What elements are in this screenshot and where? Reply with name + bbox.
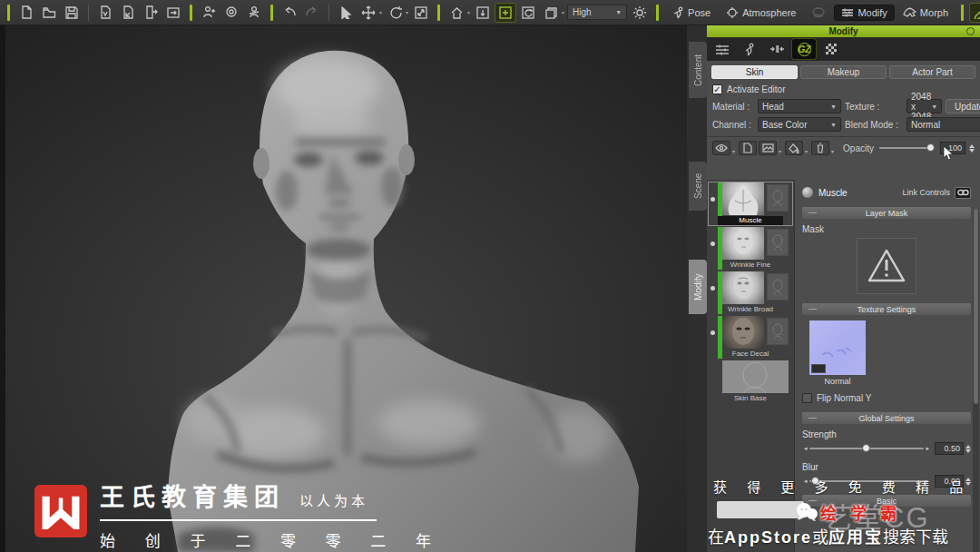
export-image-button[interactable] (163, 4, 183, 22)
flip-normal-checkbox[interactable] (802, 393, 812, 403)
side-tab-scene[interactable]: Scene (689, 162, 707, 211)
skin-tab-button[interactable]: Skin (711, 65, 798, 79)
layer-item-wrinkle-fine[interactable]: Wrinkle Fine (709, 227, 792, 270)
move-tool-button[interactable] (358, 4, 378, 22)
side-tab-content[interactable]: Content (689, 42, 707, 98)
multi-view-caret[interactable]: ▾ (562, 9, 564, 15)
layer-visibility-icon[interactable] (710, 242, 715, 246)
new-layer-button[interactable] (739, 141, 757, 155)
tab-motion[interactable] (738, 39, 761, 59)
pose-label: Pose (688, 7, 710, 18)
panel-pin-icon[interactable] (966, 27, 975, 35)
collapse-icon[interactable]: — (808, 414, 817, 422)
texture-size-dropdown[interactable]: 2048 x 2048▼ (906, 99, 942, 113)
pose-button[interactable]: Pose (665, 5, 717, 21)
multi-view-button[interactable] (541, 4, 561, 22)
opacity-slider[interactable] (879, 143, 935, 153)
toolbar-separator (270, 5, 273, 21)
channel-dropdown[interactable]: Base Color▼ (758, 117, 841, 132)
dropdown-arrow-icon: ▼ (830, 104, 837, 110)
normal-map-thumbnail[interactable] (809, 320, 866, 375)
global-settings-section-header[interactable]: — Global Settings (802, 412, 971, 424)
tab-attributes[interactable] (710, 39, 734, 59)
atmosphere-button[interactable]: Atmosphere (720, 5, 802, 21)
character-morph-button[interactable] (221, 4, 241, 22)
tab-skingen[interactable]: GZ (792, 39, 816, 59)
layer-item-muscle[interactable]: Muscle (709, 182, 792, 225)
layer-item-skin-base[interactable]: Skin Base (709, 360, 792, 403)
scrollbar-thumb[interactable] (974, 209, 978, 404)
character-paint-button[interactable] (244, 4, 264, 22)
mask-empty-slot[interactable] (857, 238, 916, 294)
material-dropdown[interactable]: Head▼ (758, 99, 841, 113)
new-project-button[interactable] (16, 4, 36, 22)
zoom-fit-button[interactable] (495, 4, 515, 22)
layer-visibility-icon[interactable] (710, 197, 715, 202)
layer-item-face-decal[interactable]: Face Decal (709, 316, 792, 359)
opacity-slider-handle[interactable] (926, 143, 935, 152)
redo-button[interactable] (302, 4, 322, 22)
undo-button[interactable] (279, 4, 299, 22)
orbit-view-button[interactable] (518, 4, 538, 22)
fill-layer-caret[interactable]: ▾ (805, 148, 808, 154)
strength-spinner[interactable] (965, 445, 971, 453)
strength-slider[interactable] (809, 444, 925, 453)
modify-button[interactable]: Modify (835, 5, 893, 20)
import-image-caret[interactable]: ▾ (779, 148, 781, 154)
light-settings-button[interactable] (630, 4, 650, 22)
scale-tool-button[interactable] (411, 4, 431, 22)
slider-left-arrow[interactable]: ◂ (804, 445, 808, 452)
fill-layer-button[interactable] (785, 141, 803, 155)
layer-mask-thumbnail[interactable] (767, 184, 789, 212)
delete-layer-button[interactable] (811, 141, 829, 155)
viewport-3d[interactable]: 王氏教育集团 以人为本 始 创 于 二 零 零 二 年 (0, 25, 687, 552)
layer-mask-section-header[interactable]: — Layer Mask (802, 207, 971, 219)
layer-visibility-caret[interactable]: ▾ (732, 148, 735, 154)
layer-mask-thumbnail[interactable] (767, 229, 789, 256)
tab-texture-check[interactable] (819, 39, 843, 59)
tab-morph-slider[interactable] (765, 39, 789, 59)
link-controls-button[interactable] (955, 187, 971, 199)
activate-editor-checkbox[interactable]: ✓ (712, 84, 722, 94)
viewport-figure (0, 25, 687, 552)
home-camera-button[interactable] (446, 4, 466, 22)
rotate-tool-button[interactable] (385, 4, 405, 22)
morph-button[interactable]: Morph (897, 5, 955, 20)
layer-mask-thumbnail[interactable] (767, 273, 789, 301)
character-create-button[interactable] (199, 4, 219, 22)
collapse-icon[interactable]: — (808, 305, 817, 313)
import-content-button[interactable] (95, 4, 115, 22)
edit-mesh-button[interactable] (970, 4, 980, 22)
collapse-icon[interactable]: — (808, 209, 817, 217)
move-tool-caret[interactable]: ▾ (379, 9, 382, 15)
save-project-button[interactable] (62, 4, 82, 22)
open-project-button[interactable] (39, 4, 59, 22)
layer-visibility-icon[interactable] (710, 330, 715, 335)
makeup-tab-button[interactable]: Makeup (800, 65, 887, 79)
delete-layer-caret[interactable]: ▾ (831, 148, 834, 154)
slider-right-arrow[interactable]: ▸ (926, 445, 929, 452)
import-image-layer-button[interactable] (759, 141, 777, 155)
rotate-tool-caret[interactable]: ▾ (406, 9, 408, 15)
blend-mode-dropdown[interactable]: Normal▼ (906, 117, 980, 132)
side-tab-modify[interactable]: Modify (689, 260, 707, 314)
strength-value[interactable]: 0.50 (935, 442, 964, 455)
layer-visibility-icon[interactable] (710, 286, 715, 291)
opacity-spinner[interactable] (969, 144, 975, 153)
texture-settings-section-header[interactable]: — Texture Settings (802, 303, 971, 315)
layer-item-wrinkle-broad[interactable]: Wrinkle Broad (709, 271, 792, 314)
home-camera-caret[interactable]: ▾ (467, 9, 470, 15)
panel-title-bar[interactable]: Modify (707, 25, 980, 37)
strength-slider-handle[interactable] (862, 444, 870, 452)
select-tool-button[interactable] (336, 4, 356, 22)
export-file-button[interactable] (141, 4, 161, 22)
frame-object-button[interactable] (473, 4, 493, 22)
layer-visibility-button[interactable] (712, 141, 730, 155)
merge-content-button[interactable] (118, 4, 138, 22)
toolbar-separator (328, 5, 329, 21)
update-button[interactable]: Update (946, 99, 980, 113)
actor-part-tab-button[interactable]: Actor Part (889, 65, 975, 79)
blend-mode-value: Normal (911, 120, 940, 130)
quality-dropdown[interactable]: High ▼ (567, 5, 627, 20)
layer-mask-thumbnail[interactable] (767, 318, 789, 345)
